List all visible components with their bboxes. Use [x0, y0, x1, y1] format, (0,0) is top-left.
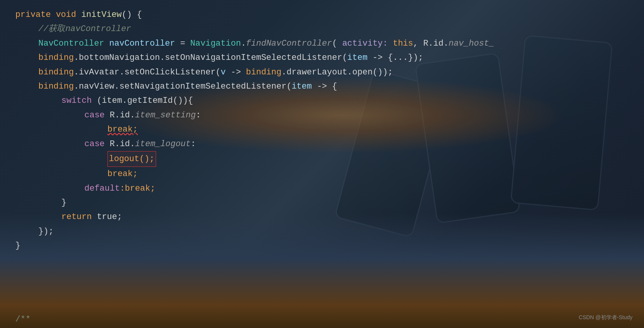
code-line-17: } — [15, 239, 629, 253]
return-value: true; — [92, 210, 122, 224]
code-line-16: }); — [38, 224, 629, 239]
code-container: private void initView () { //获取navContro… — [0, 0, 644, 328]
keyword-private: private — [15, 8, 56, 22]
code-line-12: break; — [107, 167, 629, 181]
keyword-switch: switch — [61, 94, 92, 108]
paren-open: () { — [122, 8, 142, 22]
param-v: v — [221, 65, 226, 79]
case1-id: item_setting — [135, 108, 196, 122]
comma-rid: , R.id. — [413, 36, 448, 51]
method-findnavcontroller: findNavController — [246, 36, 332, 51]
code-line-5: binding .ivAvatar.setOnClickListener( v … — [38, 65, 629, 79]
drawer-chain: .drawerLayout.open()); — [282, 65, 393, 79]
keyword-this: this — [388, 36, 413, 51]
code-line-9: break; — [107, 122, 629, 137]
paren2: ( — [332, 36, 342, 51]
nav-host: nav_host_ — [448, 36, 494, 51]
logout-call: logout(); — [107, 151, 156, 167]
code-line-14: } — [61, 196, 629, 210]
iv-avatar-chain: .ivAvatar.setOnClickListener( — [74, 65, 221, 79]
code-line-3: NavController navController = Navigation… — [38, 36, 629, 51]
code-line-6: binding .navView.setNavigationItemSelect… — [38, 79, 629, 94]
close-method: } — [15, 239, 20, 253]
break-statement-2: break; — [107, 167, 138, 181]
binding2: binding — [38, 65, 74, 79]
case2-id: item_logout — [135, 137, 191, 151]
case2-colon: : — [191, 137, 196, 151]
binding4: binding — [38, 79, 74, 94]
param-item1: item — [347, 51, 367, 65]
default-break: :break; — [120, 181, 155, 196]
code-line-1: private void initView () { — [15, 8, 629, 22]
equals: = — [175, 36, 190, 51]
lambda2: -> — [226, 65, 246, 79]
close-brace-switch: } — [61, 196, 66, 210]
code-line-2: //获取navController — [38, 22, 629, 36]
nav-view-chain: .navView.setNavigationItemSelectedListen… — [74, 79, 292, 94]
code-line-13: default :break; — [84, 181, 629, 196]
code-line-8: case R.id. item_setting : — [84, 108, 629, 122]
binding1: binding — [38, 51, 74, 65]
case2-rid: R.id. — [105, 137, 135, 151]
param-activity: activity: — [342, 36, 388, 51]
keyword-case1: case — [84, 108, 105, 122]
case1-colon: : — [196, 108, 201, 122]
switch-condition: (item.getItemId()){ — [92, 94, 193, 108]
bottom-comment: /** — [15, 315, 31, 328]
code-line-10: case R.id. item_logout : — [84, 137, 629, 151]
keyword-case2: case — [84, 137, 105, 151]
lambda1: -> {...}); — [367, 51, 423, 65]
close-lambda: }); — [38, 224, 54, 239]
break-statement-1: break; — [107, 122, 138, 137]
var-navcontroller: navController — [109, 36, 175, 51]
case1-rid: R.id. — [105, 108, 135, 122]
code-line-7: switch (item.getItemId()){ — [61, 94, 629, 108]
lambda3: -> { — [312, 79, 337, 94]
comment-text: //获取navController — [38, 22, 131, 36]
keyword-void: void — [56, 8, 81, 22]
code-line-11: logout(); — [107, 151, 629, 167]
bottom-nav-chain: .bottomNavigation.setOnNavigationItemSel… — [74, 51, 347, 65]
keyword-return: return — [61, 210, 92, 224]
type-navcontroller: NavController — [38, 36, 109, 51]
method-name: initView — [81, 8, 122, 22]
keyword-default: default — [84, 181, 120, 196]
param-item2: item — [292, 79, 312, 94]
code-line-15: return true; — [61, 210, 629, 224]
code-line-4: binding .bottomNavigation.setOnNavigatio… — [38, 51, 629, 65]
comment-slash-stars: /** — [15, 315, 31, 324]
watermark: CSDN @初学者-Study — [579, 314, 632, 321]
class-navigation: Navigation — [190, 36, 241, 51]
binding3: binding — [246, 65, 281, 79]
dot1: . — [241, 36, 246, 51]
